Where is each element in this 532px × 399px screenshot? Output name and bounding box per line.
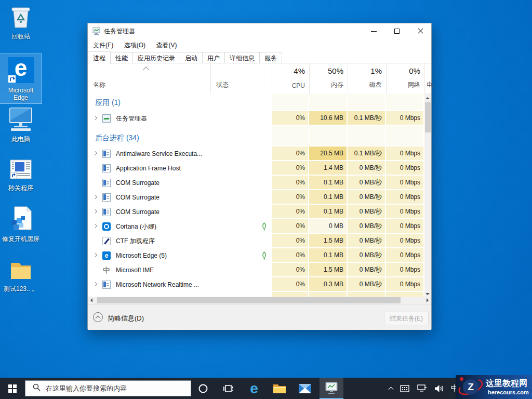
ctf-process-icon	[102, 237, 111, 245]
end-task-button[interactable]: 结束任务(E)	[384, 312, 429, 325]
value-cell: 0%	[272, 248, 309, 263]
tab-users[interactable]: 用户	[203, 52, 225, 63]
touch-keyboard-button[interactable]	[400, 385, 409, 392]
process-row[interactable]: Microsoft Network Realtime ...0%0.3 MB0 …	[88, 277, 431, 292]
title-bar[interactable]: 任务管理器	[88, 23, 431, 39]
expand-chevron-icon[interactable]	[93, 151, 97, 155]
process-row[interactable]: eMicrosoft Edge (5)0%0.1 MB0 MB/秒0 Mbps	[88, 248, 431, 263]
desktop-icon-this-pc[interactable]: 此电脑	[0, 107, 42, 143]
horizontal-scrollbar[interactable]	[88, 297, 431, 304]
column-header-power[interactable]: 电	[424, 63, 432, 94]
desktop-icon-test-folder[interactable]: 测试123.. 。	[0, 259, 42, 292]
vertical-scrollbar[interactable]	[424, 94, 431, 297]
process-row[interactable]: 任务管理器0%10.6 MB0.1 MB/秒0 Mbps	[88, 111, 431, 126]
value-cell: 0%	[272, 161, 309, 176]
column-header-status[interactable]: 状态	[210, 63, 272, 94]
value-cell: 0 MB/秒	[348, 248, 386, 263]
tab-details[interactable]: 详细信息	[225, 52, 260, 63]
process-row[interactable]: 中Microsoft IME0%1.5 MB0 MB/秒0 Mbps	[88, 263, 431, 277]
close-button[interactable]	[409, 23, 432, 39]
expand-chevron-icon[interactable]	[93, 282, 97, 286]
value-cell: 1.4 MB	[309, 161, 348, 176]
scroll-left-button[interactable]	[88, 297, 95, 303]
scroll-up-button[interactable]	[424, 94, 431, 100]
tab-app-history[interactable]: 应用历史记录	[133, 52, 180, 63]
column-header-disk[interactable]: 1% 磁盘	[348, 63, 386, 94]
edge-icon: e	[8, 57, 34, 83]
process-name-cell: Microsoft Network Realtime ...	[88, 277, 210, 292]
process-name: 任务管理器	[116, 114, 147, 123]
start-button[interactable]	[0, 378, 25, 399]
process-row[interactable]: COM Surrogate0%0.1 MB0 MB/秒0 Mbps	[88, 176, 431, 190]
watermark-logo-dot	[460, 377, 463, 381]
expand-chevron-icon[interactable]	[93, 224, 97, 228]
column-header-memory[interactable]: 50% 内存	[309, 63, 348, 94]
process-name-cell: 任务管理器	[88, 111, 210, 126]
expand-chevron-icon[interactable]	[93, 116, 97, 120]
desktop-icon-label: 修复开机黑屏	[0, 235, 42, 243]
minimize-button[interactable]	[362, 23, 385, 39]
tab-processes[interactable]: 进程	[88, 51, 111, 64]
value-cell	[272, 126, 309, 147]
tab-services[interactable]: 服务	[260, 52, 282, 63]
status-cell	[210, 248, 272, 263]
partial-row	[88, 292, 431, 297]
value-cell: 0%	[272, 205, 309, 219]
value-cell: 0 Mbps	[386, 263, 424, 277]
mail-button[interactable]	[293, 378, 317, 399]
search-box[interactable]	[25, 380, 191, 396]
process-row[interactable]: Application Frame Host0%1.4 MB0 MB/秒0 Mb…	[88, 161, 431, 176]
file-explorer-button[interactable]	[268, 378, 291, 399]
tab-startup[interactable]: 启动	[180, 52, 203, 63]
section-row[interactable]: 后台进程 (34)	[88, 126, 431, 147]
desktop-icon-miaoguan[interactable]: 秒关程序	[0, 159, 42, 192]
desktop-icon-edge[interactable]: e Microsoft Edge	[0, 54, 42, 103]
task-view-icon	[223, 384, 234, 393]
column-header-name[interactable]: 名称	[88, 63, 210, 94]
process-row[interactable]: Antimalware Service Executa...0%20.5 MB0…	[88, 147, 431, 161]
expand-chevron-icon[interactable]	[93, 209, 97, 214]
column-header-cpu[interactable]: 4% CPU	[272, 63, 309, 94]
tray-overflow-button[interactable]	[389, 386, 393, 391]
section-row[interactable]: 应用 (1)	[88, 94, 431, 111]
task-view-button[interactable]	[217, 378, 241, 399]
search-input[interactable]	[46, 384, 181, 392]
scroll-down-button[interactable]	[424, 290, 431, 297]
process-name: COM Surrogate	[116, 194, 159, 201]
desktop-icon-fix-black-screen[interactable]: 修复开机黑屏	[0, 206, 42, 243]
value-cell: 0 Mbps	[386, 277, 424, 292]
process-name-cell: COM Surrogate	[88, 190, 210, 205]
process-row[interactable]: Cortana (小娜)0%0 MB0 MB/秒0 Mbps	[88, 219, 431, 234]
expand-chevron-icon[interactable]	[93, 195, 97, 199]
process-row[interactable]: COM Surrogate0%0.1 MB0 MB/秒0 Mbps	[88, 205, 431, 219]
task-manager-taskbar-button[interactable]	[320, 378, 343, 399]
table-header: 名称 状态 4% CPU 50% 内存 1% 磁盘 0% 网络 电	[88, 63, 431, 94]
cortana-button[interactable]	[191, 378, 215, 399]
exe-process-icon	[102, 208, 111, 216]
tab-performance[interactable]: 性能	[111, 52, 133, 63]
network-button[interactable]	[417, 384, 427, 392]
fewer-details-label[interactable]: 简略信息(D)	[108, 314, 144, 323]
menu-view[interactable]: 查看(V)	[152, 39, 181, 50]
maximize-button[interactable]	[385, 23, 409, 39]
edge-taskbar-button[interactable]: e	[242, 378, 266, 399]
column-header-network[interactable]: 0% 网络	[386, 63, 424, 94]
process-row[interactable]: CTF 加载程序0%1.5 MB0 MB/秒0 Mbps	[88, 234, 431, 248]
scroll-right-button[interactable]	[424, 297, 431, 303]
edge-process-icon: e	[102, 251, 111, 260]
value-cell: 0 MB/秒	[348, 219, 386, 234]
app-window-icon	[9, 159, 33, 183]
horizontal-scrollbar-thumb[interactable]	[97, 297, 401, 303]
menu-file[interactable]: 文件(F)	[88, 39, 117, 50]
volume-button[interactable]	[434, 384, 444, 393]
window-title: 任务管理器	[104, 27, 135, 36]
ime-process-icon: 中	[102, 266, 111, 274]
exe-process-icon	[102, 193, 111, 202]
process-row[interactable]: COM Surrogate0%0.1 MB0 MB/秒0 Mbps	[88, 190, 431, 205]
fewer-details-toggle-icon[interactable]	[93, 312, 103, 322]
value-cell: 0.1 MB	[309, 176, 348, 190]
vertical-scrollbar-thumb[interactable]	[425, 102, 431, 132]
desktop-icon-recycle-bin[interactable]: 回收站	[0, 4, 42, 40]
menu-options[interactable]: 选项(O)	[120, 39, 150, 50]
expand-chevron-icon[interactable]	[93, 253, 97, 257]
